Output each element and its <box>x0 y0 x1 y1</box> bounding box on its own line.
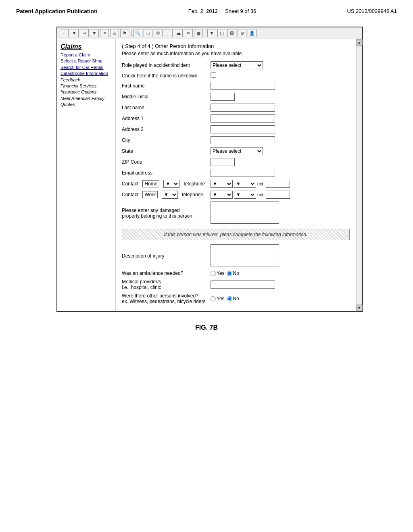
ambulance-radio-group: Yes No <box>211 270 350 276</box>
address2-row: Address 2 <box>122 125 350 133</box>
alert-btn2[interactable]: ⚑ <box>120 29 129 37</box>
dropdown-btn2[interactable]: ▼ <box>90 29 99 37</box>
scroll-track[interactable] <box>356 46 362 305</box>
firstname-input[interactable] <box>211 82 275 90</box>
other-persons-radio-group: Yes No <box>211 296 350 301</box>
home-phone-select1[interactable]: ▼ <box>211 180 233 188</box>
address1-control <box>211 114 350 123</box>
address1-label: Address 1 <box>122 116 211 121</box>
table-btn[interactable]: ▦ <box>194 29 203 37</box>
other-yes-radio[interactable] <box>211 296 216 301</box>
ambulance-no-label[interactable]: No <box>227 270 239 276</box>
home-ext-input[interactable] <box>266 180 290 188</box>
damaged-property-textarea[interactable] <box>211 202 279 224</box>
flag-btn[interactable]: ⛰ <box>174 29 183 37</box>
ambulance-yes-label[interactable]: Yes <box>211 270 225 276</box>
address2-input[interactable] <box>211 125 275 133</box>
other-no-label[interactable]: No <box>227 296 239 301</box>
injury-banner: If this person was injured, pleas comple… <box>122 229 350 240</box>
zip-control <box>211 158 350 166</box>
user-btn[interactable]: 👤 <box>248 29 257 37</box>
firstname-control <box>211 82 350 90</box>
contact-home-control: ▼ ▼ ext. <box>211 180 350 188</box>
patent-date: Feb. 2, 2012 <box>188 8 218 14</box>
dropdown-btn1[interactable]: ▼ <box>70 29 79 37</box>
zip-input[interactable] <box>211 158 235 166</box>
contact-work-row: Contact Work ▼ telephone ▼ ▼ ext. <box>122 191 350 199</box>
lastname-label: Last name <box>122 105 211 110</box>
state-label: State <box>122 148 211 154</box>
copy-btn[interactable]: □ <box>144 29 152 37</box>
city-control <box>211 136 350 144</box>
home-type-select[interactable]: ▼ <box>163 180 179 188</box>
lastname-input[interactable] <box>211 104 275 112</box>
other-persons-row: Were there other persons involved?ex. Wi… <box>122 293 350 304</box>
paint-btn[interactable]: ✏ <box>184 29 193 37</box>
img-btn[interactable]: ▢ <box>217 29 226 37</box>
contact-work-text: Contact <box>122 192 138 197</box>
step-desc: Please enter as much information as you … <box>122 51 350 56</box>
other-no-radio[interactable] <box>227 296 232 301</box>
scroll-up-btn[interactable]: ▲ <box>356 39 363 46</box>
sidebar-feedback: Feedback <box>60 77 112 83</box>
zip-row: ZIP Code <box>122 158 350 166</box>
ambulance-label: Was an ambulance needed? <box>122 270 211 276</box>
ambulance-no-radio[interactable] <box>227 271 232 276</box>
alert-btn[interactable]: ⚠ <box>110 29 119 37</box>
injury-desc-control <box>211 244 350 268</box>
state-control: Please select <box>211 147 350 155</box>
work-phone-select2[interactable]: ▼ <box>234 191 256 199</box>
copy-btn2[interactable]: © <box>154 29 163 37</box>
sidebar-link-report[interactable]: Report a Claim <box>60 52 112 58</box>
toolbar-sep2 <box>205 29 205 37</box>
sidebar-link-catastrophe[interactable]: Catastrophe Information <box>60 71 112 77</box>
role-select[interactable]: Please select <box>211 61 263 69</box>
state-select[interactable]: Please select <box>211 147 263 155</box>
damaged-property-row: Please enter any damagedproperty belongi… <box>122 202 350 225</box>
address2-control <box>211 125 350 133</box>
stop-btn[interactable]: ✕ <box>100 29 109 37</box>
work-type-select[interactable]: ▼ <box>162 191 178 199</box>
medical-label: Medical provider/si.e., hospital, clinic <box>122 279 211 290</box>
firstname-row: First name <box>122 82 350 90</box>
medical-input[interactable] <box>211 281 275 289</box>
lastname-row: Last name <box>122 104 350 112</box>
damaged-property-label: Please enter any damagedproperty belongi… <box>122 208 211 219</box>
damaged-property-control <box>211 202 350 225</box>
work-phone-select1[interactable]: ▼ <box>211 191 233 199</box>
other-yes-label[interactable]: Yes <box>211 296 225 301</box>
zip-label: ZIP Code <box>122 159 211 165</box>
city-input[interactable] <box>211 136 275 144</box>
main-form-content: ( Step 4 of 4 ) Other Person Information… <box>116 39 356 311</box>
back-btn[interactable]: ← <box>60 29 69 37</box>
x-btn[interactable]: ⛝ <box>227 29 236 37</box>
edit-btn[interactable]: 📄 <box>164 29 173 37</box>
role-control: Please select <box>211 61 350 69</box>
email-control <box>211 169 350 177</box>
browser-body: Claims Report a Claim Select a Repair Sh… <box>57 39 362 311</box>
scroll-down-btn[interactable]: ▼ <box>356 305 363 311</box>
search-btn[interactable]: 🔍 <box>133 29 142 37</box>
browser-toolbar: ← ▼ ⇒ ▼ ✕ ⚠ ⚑ 🔍 □ © 📄 ⛰ ✏ ▦ ▼ ▢ ⛝ ⊕ 👤 <box>57 27 362 39</box>
ambulance-no-text: No <box>233 270 239 276</box>
forward-btn[interactable]: ⇒ <box>80 29 89 37</box>
home-phone-select2[interactable]: ▼ <box>234 180 256 188</box>
unknown-checkbox[interactable] <box>211 72 216 78</box>
work-type-box: Work <box>142 191 158 198</box>
address1-input[interactable] <box>211 114 275 123</box>
work-ext-input[interactable] <box>266 191 290 199</box>
patent-header: Patent Application Publication Feb. 2, 2… <box>16 8 397 15</box>
role-row: Role played in accident/incident Please … <box>122 61 350 69</box>
ambulance-row: Was an ambulance needed? Yes No <box>122 270 350 276</box>
sidebar-link-repair[interactable]: Select a Repair Shop <box>60 58 112 64</box>
patent-number: US 2012/0029946 A1 <box>347 8 397 14</box>
dropdown-btn3[interactable]: ▼ <box>207 29 216 37</box>
address1-row: Address 1 <box>122 114 350 123</box>
circle-btn[interactable]: ⊕ <box>238 29 246 37</box>
email-input[interactable] <box>211 169 275 177</box>
sidebar-link-car-rental[interactable]: Search for Car Rental <box>60 64 112 71</box>
injury-desc-textarea[interactable] <box>211 244 279 266</box>
ambulance-yes-radio[interactable] <box>211 271 216 276</box>
patent-left-label: Patent Application Publication <box>16 8 98 15</box>
middle-input[interactable] <box>211 93 235 101</box>
